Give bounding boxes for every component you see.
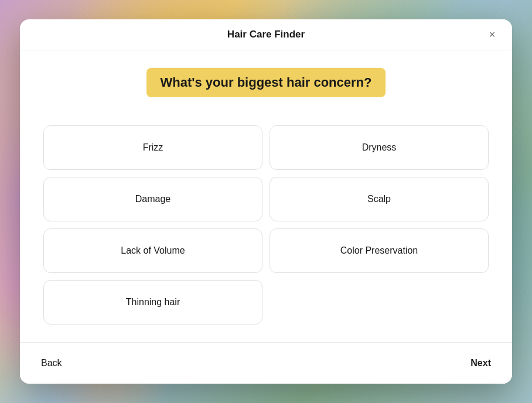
option-frizz[interactable]: Frizz xyxy=(43,125,262,170)
option-dryness[interactable]: Dryness xyxy=(270,125,489,170)
modal-header: Hair Care Finder × xyxy=(20,19,512,50)
question-heading: What's your biggest hair concern? xyxy=(146,68,386,97)
next-button[interactable]: Next xyxy=(468,353,493,373)
option-lack-of-volume[interactable]: Lack of Volume xyxy=(43,228,262,273)
option-damage[interactable]: Damage xyxy=(43,177,262,221)
modal-body: What's your biggest hair concern? Frizz … xyxy=(20,50,512,342)
close-button[interactable]: × xyxy=(484,26,500,43)
option-color-preservation[interactable]: Color Preservation xyxy=(270,228,489,273)
modal-title: Hair Care Finder xyxy=(227,29,305,40)
options-grid: Frizz Dryness Damage Scalp Lack of Volum… xyxy=(43,125,489,325)
question-wrapper: What's your biggest hair concern? xyxy=(43,68,489,111)
option-scalp[interactable]: Scalp xyxy=(270,177,489,221)
back-button[interactable]: Back xyxy=(39,353,64,373)
modal-footer: Back Next xyxy=(20,342,512,384)
modal-overlay: Hair Care Finder × What's your biggest h… xyxy=(0,0,532,403)
option-thinning-hair[interactable]: Thinning hair xyxy=(43,280,262,325)
modal: Hair Care Finder × What's your biggest h… xyxy=(20,19,512,384)
